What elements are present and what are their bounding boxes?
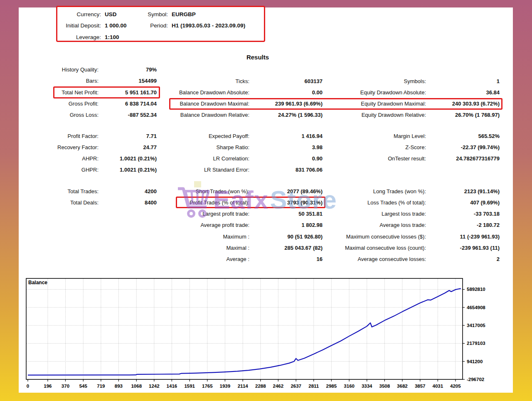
stats-middle-block-2: Expected Payoff:1 416.94Sharpe Ratio:3.9… (166, 130, 323, 176)
svg-text:2288: 2288 (255, 384, 266, 389)
stat-value: 1.0021 (0.21%) (99, 153, 157, 164)
stat-value: 8400 (99, 197, 157, 208)
stat-label: Sharpe Ratio: (166, 142, 249, 153)
stat-label: LR Correlation: (166, 153, 249, 164)
info-label: Initial Deposit: (61, 20, 101, 31)
svg-text:4654908: 4654908 (467, 305, 485, 310)
stat-label: OnTester result: (337, 153, 426, 164)
stat-row: Symbols:1 (337, 76, 500, 87)
info-label: Period: (145, 20, 168, 31)
stats-left-block-1: History Quality:79%Bars:154499Total Net … (25, 64, 157, 121)
stat-label: Equity Drawdown Relative: (337, 109, 426, 121)
stats-right-block-3: Long Trades (won %):2123 (91.14%)Loss Tr… (337, 186, 500, 265)
info-label (145, 32, 168, 43)
svg-text:2179103: 2179103 (467, 341, 485, 346)
stat-value: 11 (-239 961.93) (426, 231, 500, 242)
stat-value: 24.77 (99, 142, 157, 153)
stat-value: 831 706.06 (249, 164, 323, 175)
stat-label: Expected Payoff: (166, 130, 249, 142)
svg-text:719: 719 (97, 384, 105, 389)
stat-label: Z-Score: (337, 142, 426, 153)
stat-row: LR Standard Error:831 706.06 (166, 164, 323, 175)
svg-text:3417005: 3417005 (467, 323, 485, 328)
stat-value: 79% (99, 64, 157, 75)
stat-label: Balance Drawdown Maximal: (166, 98, 249, 109)
info-value: 1:100 (105, 32, 145, 43)
svg-text:-296702: -296702 (467, 377, 484, 382)
svg-text:893: 893 (115, 384, 123, 389)
account-info-row: Currency: USD Symbol: EURGBP (61, 9, 264, 20)
stat-label: Average loss trade: (337, 219, 426, 231)
stat-value: 7.71 (99, 130, 157, 142)
svg-text:1416: 1416 (167, 384, 177, 389)
svg-text:941200: 941200 (467, 359, 483, 364)
stat-label: Margin Level: (337, 130, 426, 142)
svg-text:2114: 2114 (238, 384, 249, 389)
svg-text:5892810: 5892810 (467, 287, 485, 292)
stat-row: Total Net Profit:5 951 161.70 (25, 87, 157, 98)
svg-text:2637: 2637 (291, 384, 301, 389)
stat-row: Maximal :285 043.67 (82) (166, 242, 323, 253)
stat-value: 3.98 (249, 142, 323, 153)
stat-label: Largest profit trade: (166, 208, 249, 219)
stat-row: Equity Drawdown Absolute:36.84 (337, 87, 500, 98)
stat-row: Largest loss trade:-33 703.18 (337, 208, 500, 219)
stat-label: AHPR: (25, 153, 99, 164)
stat-value: 1 (426, 76, 500, 87)
stat-value: 154499 (99, 75, 157, 86)
stat-row: Long Trades (won %):2123 (91.14%) (337, 186, 500, 197)
stat-label: Loss Trades (% of total): (337, 197, 426, 208)
stat-value: 36.84 (426, 87, 500, 98)
stat-label: Symbols: (337, 76, 426, 87)
stat-value: -22.37 (99.74%) (426, 142, 500, 153)
stat-value: 3793 (90.31%) (249, 197, 323, 208)
stat-value: 50 351.81 (249, 208, 323, 219)
stat-row: Recovery Factor:24.77 (25, 142, 157, 153)
stat-row: Largest profit trade:50 351.81 (166, 208, 323, 219)
svg-text:3508: 3508 (379, 384, 390, 389)
stat-row: Total Deals:8400 (25, 197, 157, 208)
stat-value: 2 (426, 253, 500, 265)
report-page: Currency: USD Symbol: EURGBP Initial Dep… (0, 0, 532, 401)
svg-text:3160: 3160 (344, 384, 355, 389)
stat-label: Maximum consecutive losses ($): (337, 231, 426, 242)
stat-label: Average consecutive losses: (337, 253, 426, 265)
stat-value: -887 552.34 (99, 109, 157, 121)
stat-row: Loss Trades (% of total):407 (9.69%) (337, 197, 500, 208)
svg-text:4031: 4031 (432, 384, 443, 389)
account-info-box: Currency: USD Symbol: EURGBP Initial Dep… (56, 6, 265, 42)
stats-left-block-3: Total Trades:4200Total Deals:8400 (25, 186, 157, 209)
stat-value: 4200 (99, 186, 157, 197)
stat-value: 1 416.94 (249, 130, 323, 142)
svg-text:3682: 3682 (397, 384, 408, 389)
stat-value: 5 951 161.70 (99, 87, 157, 98)
stat-value: -33 703.18 (426, 208, 500, 219)
info-label: Symbol: (145, 9, 168, 20)
stat-label: LR Standard Error: (166, 164, 249, 175)
stat-value: 1.0021 (0.21%) (99, 164, 157, 175)
stat-row: Equity Drawdown Relative:26.70% (1 768.9… (337, 109, 500, 121)
stat-row: OnTester result:24.782677316779 (337, 153, 500, 164)
svg-text:196: 196 (44, 384, 52, 389)
svg-text:1765: 1765 (202, 384, 213, 389)
stat-value: -2 180.72 (426, 219, 500, 231)
stat-row: Maximum :90 (51 926.80) (166, 231, 323, 242)
stat-label: Largest loss trade: (337, 208, 426, 219)
stat-label: Equity Drawdown Absolute: (337, 87, 426, 98)
info-value: 1 000.00 (105, 20, 145, 31)
stat-row: Profit Factor:7.71 (25, 130, 157, 142)
stat-label: Bars: (25, 75, 99, 86)
stat-value: 565.52% (426, 130, 500, 142)
stat-label: Gross Loss: (25, 109, 99, 121)
stat-label: Average : (166, 253, 249, 265)
stat-row: GHPR:1.0021 (0.21%) (25, 164, 157, 175)
stat-row: Gross Profit:6 838 714.04 (25, 98, 157, 109)
stat-value: 0.00 (249, 87, 323, 98)
stat-label: Balance Drawdown Absolute: (166, 87, 249, 98)
svg-text:1591: 1591 (184, 384, 195, 389)
stat-label: Maximal : (166, 242, 249, 253)
svg-text:1242: 1242 (149, 384, 160, 389)
stat-row: Average consecutive losses:2 (337, 253, 500, 265)
stat-row: History Quality:79% (25, 64, 157, 75)
stat-row: Expected Payoff:1 416.94 (166, 130, 323, 142)
